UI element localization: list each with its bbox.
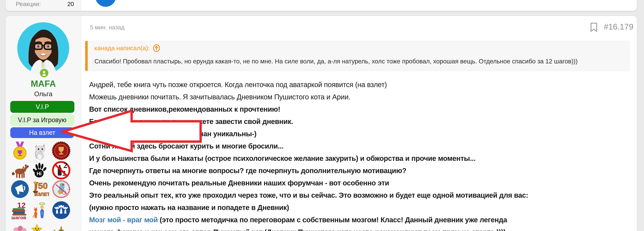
badge-vip: V.I.P	[10, 101, 74, 113]
user-info-panel: MAFA Ольга V.I.P V.I.P за Игровую На взл…	[6, 16, 81, 231]
no-alcohol-icon: 2	[52, 161, 70, 180]
svg-text:50: 50	[38, 181, 48, 190]
reactions-label: Реакции:	[16, 1, 41, 8]
avatar[interactable]	[17, 22, 69, 74]
like-reaction-icon[interactable]	[94, 0, 118, 8]
post-line-with-link: Мозг мой - враг мой (это просто методичк…	[89, 214, 637, 226]
username[interactable]: MAFA	[6, 79, 81, 89]
post-line: Где почерпнуть ответы на многие вопросы?…	[89, 165, 637, 177]
post-line: Вот список дневников,рекомендованных к п…	[89, 103, 637, 115]
real-name: Ольга	[6, 90, 81, 98]
post-line: Все истории и Дневники форумчан уникальн…	[89, 128, 637, 140]
50-vzlet-icon: 50 ВЗЛЕТ	[30, 180, 49, 198]
post-body: Андрей, тебе книга чуть позже откроется.…	[89, 79, 637, 231]
quote-author-label[interactable]: канада написал(а):	[94, 45, 150, 52]
svg-text:2: 2	[63, 161, 67, 170]
badge-vip-game: V.I.P за Игровую	[10, 114, 74, 126]
quote-author[interactable]: канада написал(а):	[94, 44, 160, 52]
post-timestamp[interactable]: 5 мин. назад	[90, 24, 124, 31]
post-card: MAFA Ольга V.I.P V.I.P за Игровую На взл…	[5, 16, 637, 231]
crossed-out-junk-icon	[52, 180, 70, 198]
post-line: Очень рекомендую почитать реальные Дневн…	[89, 177, 637, 189]
angel-and-devil-icon	[30, 201, 49, 219]
red-rosette-trophy-icon	[52, 141, 70, 160]
megaphone-icon	[10, 180, 29, 198]
post-line: Можешь дневники почитать. Я зачитывалась…	[89, 91, 637, 103]
post-line: нашего форума и как сам его автор Пушист…	[89, 226, 637, 231]
star-icon	[30, 222, 49, 231]
post-line: (нужно просто нажать на название и попад…	[89, 201, 637, 214]
flowers-icon	[10, 222, 29, 231]
hand-hi-icon: Hi	[30, 161, 49, 180]
12-steps-books-icon: 12 шагов	[10, 201, 29, 219]
post-line: Сотни людей здесь бросают курить и многи…	[89, 140, 637, 152]
expand-quote-arrow-up-icon[interactable]	[152, 44, 160, 52]
reactions-count: 20	[67, 1, 74, 8]
svg-text:Hi: Hi	[37, 171, 42, 176]
previous-post-stats-panel: Реакции: 20	[6, 0, 81, 11]
post-line: Андрей, тебе книга чуть позже откроется.…	[89, 79, 637, 91]
team-people-icon	[52, 201, 70, 219]
forum-page: Реакции: 20	[0, 0, 644, 231]
svg-text:ВЗЛЕТ: ВЗЛЕТ	[34, 192, 49, 197]
post-number-link[interactable]: #16.179	[604, 22, 633, 32]
previous-post-card: Реакции: 20	[5, 0, 637, 11]
horse-icon	[10, 161, 29, 180]
teapot-icon	[52, 222, 70, 231]
badge-na-vzlet: На взлет	[10, 127, 74, 138]
bookmark-icon[interactable]	[590, 23, 598, 32]
post-line-rest: (это просто методичка по переговорам с с…	[158, 216, 507, 224]
svg-text:12: 12	[17, 201, 26, 209]
avatar-image	[17, 22, 69, 74]
diary-link[interactable]: Мозг мой - враг мой	[89, 216, 158, 224]
online-status-icon	[39, 68, 49, 78]
quote-block: канада написал(а): Спасибо! Пробовал пла…	[85, 41, 630, 71]
gold-medal-icon	[10, 141, 29, 160]
quote-text: Спасибо! Пробовал пластырь, но ерунда ка…	[94, 58, 578, 65]
post-line: Это реальный опыт тех, кто уже проходил …	[89, 189, 637, 201]
svg-text:шагов: шагов	[12, 215, 26, 219]
post-line: Если будет желание, то вы сможете завест…	[89, 115, 637, 128]
post-line: И у большинства были и Накаты (острое пс…	[89, 152, 637, 165]
cat-icon	[30, 141, 49, 160]
